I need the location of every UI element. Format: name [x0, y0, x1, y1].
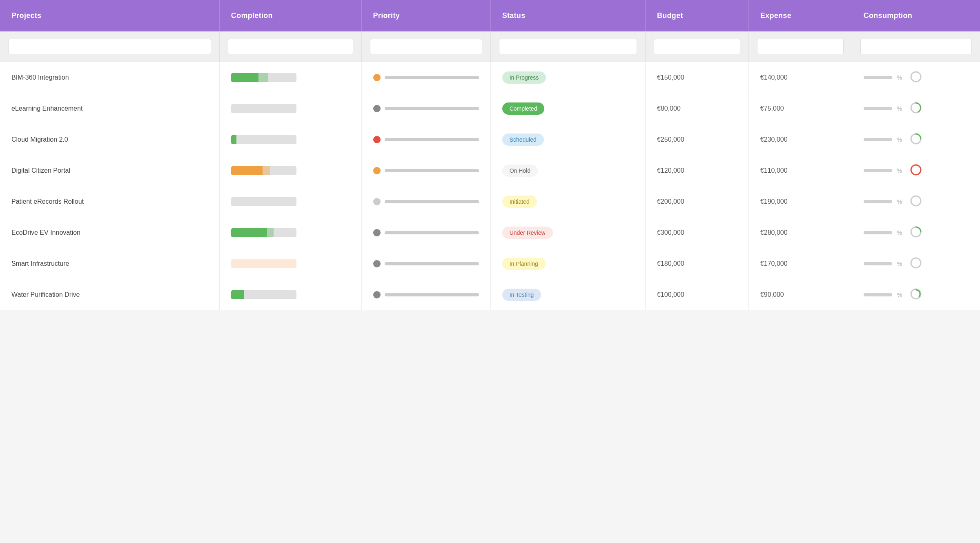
- priority-content: [373, 198, 479, 205]
- priority-dot: [373, 229, 381, 236]
- budget-cell: €100,000: [645, 279, 748, 310]
- budget-cell: €150,000: [645, 62, 748, 93]
- project-name-cell: Water Purification Drive: [0, 279, 219, 310]
- svg-point-6: [911, 258, 921, 268]
- completion-bar: [231, 290, 296, 299]
- status-badge: Scheduled: [502, 134, 544, 146]
- status-cell: In Progress: [490, 62, 645, 93]
- project-name: Patient eRecords Rollout: [11, 198, 84, 205]
- consumption-bar: [864, 169, 892, 172]
- project-name: EcoDrive EV Innovation: [11, 229, 80, 236]
- completion-cell: [219, 124, 361, 155]
- budget-cell: €120,000: [645, 155, 748, 186]
- header-budget: Budget: [645, 0, 748, 31]
- table-row: Smart Infrastructure In Planning€180,000…: [0, 248, 980, 279]
- budget-value: €300,000: [657, 229, 684, 236]
- priority-dot: [373, 74, 381, 81]
- status-cell: On Hold: [490, 155, 645, 186]
- filter-priority[interactable]: [370, 39, 482, 54]
- consumption-cell: %: [852, 186, 980, 217]
- project-name-cell: Smart Infrastructure: [0, 248, 219, 279]
- project-name: Cloud Migration 2.0: [11, 136, 68, 143]
- priority-dot: [373, 198, 381, 205]
- consumption-pct: %: [897, 260, 905, 267]
- filter-status[interactable]: [499, 39, 637, 54]
- filter-consumption[interactable]: [860, 39, 972, 54]
- header-status: Status: [490, 0, 645, 31]
- table-row: Cloud Migration 2.0 Scheduled€250,000€23…: [0, 124, 980, 155]
- completion-bar: [231, 104, 296, 113]
- priority-dot: [373, 136, 381, 143]
- completion-bar: [231, 259, 296, 268]
- project-name: Smart Infrastructure: [11, 260, 69, 267]
- consumption-content: %: [864, 102, 969, 115]
- project-name-cell: Patient eRecords Rollout: [0, 186, 219, 217]
- consumption-bar: [864, 76, 892, 79]
- filter-completion[interactable]: [228, 39, 353, 54]
- status-cell: Scheduled: [490, 124, 645, 155]
- table-row: Digital Citizen Portal On Hold€120,000€1…: [0, 155, 980, 186]
- status-badge: Completed: [502, 102, 545, 115]
- consumption-pct: %: [897, 105, 905, 112]
- expense-cell: €170,000: [748, 248, 852, 279]
- table-row: Water Purification Drive In Testing€100,…: [0, 279, 980, 310]
- filter-expense[interactable]: [757, 39, 844, 54]
- consumption-content: %: [864, 288, 969, 301]
- priority-content: [373, 167, 479, 174]
- filter-row: [0, 31, 980, 62]
- budget-cell: €300,000: [645, 217, 748, 248]
- status-cell: Under Review: [490, 217, 645, 248]
- expense-value: €280,000: [760, 229, 788, 236]
- priority-bar: [385, 76, 479, 79]
- project-name: Water Purification Drive: [11, 291, 80, 298]
- consumption-cell: %: [852, 217, 980, 248]
- priority-bar: [385, 231, 479, 234]
- budget-value: €180,000: [657, 260, 684, 267]
- priority-bar: [385, 200, 479, 203]
- project-name-cell: Digital Citizen Portal: [0, 155, 219, 186]
- project-name-cell: EcoDrive EV Innovation: [0, 217, 219, 248]
- consumption-icon: [910, 102, 922, 115]
- budget-cell: €200,000: [645, 186, 748, 217]
- filter-projects[interactable]: [8, 39, 211, 54]
- expense-cell: €140,000: [748, 62, 852, 93]
- completion-bar: [231, 135, 296, 144]
- status-cell: In Planning: [490, 248, 645, 279]
- svg-point-4: [911, 196, 921, 206]
- consumption-icon: [910, 133, 922, 146]
- consumption-content: %: [864, 164, 969, 177]
- expense-cell: €90,000: [748, 279, 852, 310]
- consumption-bar: [864, 107, 892, 110]
- expense-value: €90,000: [760, 291, 784, 298]
- expense-value: €230,000: [760, 136, 788, 143]
- budget-cell: €180,000: [645, 248, 748, 279]
- consumption-icon: [910, 257, 922, 270]
- priority-cell: [361, 155, 490, 186]
- consumption-cell: %: [852, 62, 980, 93]
- completion-cell: [219, 93, 361, 124]
- priority-dot: [373, 260, 381, 267]
- expense-value: €170,000: [760, 260, 788, 267]
- consumption-bar: [864, 231, 892, 234]
- priority-bar: [385, 138, 479, 141]
- filter-budget[interactable]: [654, 39, 740, 54]
- consumption-pct: %: [897, 74, 905, 81]
- status-cell: In Testing: [490, 279, 645, 310]
- priority-cell: [361, 93, 490, 124]
- expense-cell: €110,000: [748, 155, 852, 186]
- budget-value: €150,000: [657, 74, 684, 81]
- consumption-bar: [864, 262, 892, 265]
- consumption-content: %: [864, 226, 969, 239]
- expense-value: €75,000: [760, 105, 784, 112]
- completion-cell: [219, 248, 361, 279]
- budget-value: €200,000: [657, 198, 684, 205]
- priority-cell: [361, 248, 490, 279]
- consumption-icon: [910, 288, 922, 301]
- consumption-content: %: [864, 257, 969, 270]
- priority-content: [373, 136, 479, 143]
- consumption-content: %: [864, 195, 969, 208]
- completion-bar: [231, 73, 296, 82]
- expense-value: €110,000: [760, 167, 788, 174]
- svg-point-3: [911, 165, 921, 175]
- consumption-icon: [910, 164, 922, 177]
